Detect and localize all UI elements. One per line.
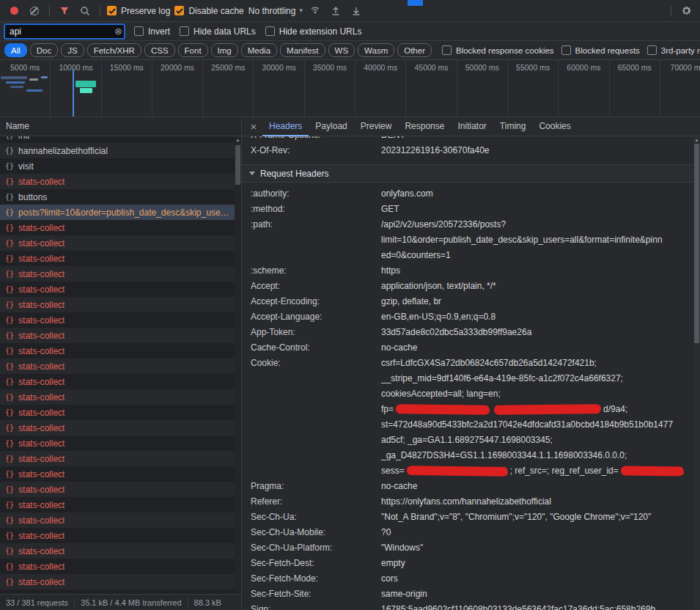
chevron-down-icon: ▾ [299, 7, 303, 14]
request-row-stats-collect[interactable]: {}stats-collect [0, 528, 241, 543]
type-filter-font[interactable]: Font [178, 43, 208, 57]
request-row-stats-collect[interactable]: {}stats-collect [0, 512, 241, 528]
filter-icon[interactable] [56, 3, 73, 19]
scrollbar-thumb[interactable] [235, 145, 240, 185]
export-har-icon[interactable] [328, 3, 344, 19]
request-row-stats-collect[interactable]: {}stats-collect [0, 451, 241, 466]
header-name: :method: [242, 202, 381, 217]
scroll-up-arrow[interactable]: ▲ [235, 137, 241, 143]
request-row-stats-collect[interactable]: {}stats-collect [0, 282, 241, 297]
request-row-stats-collect[interactable]: {}stats-collect [0, 266, 241, 282]
type-filter-all[interactable]: All [4, 43, 27, 57]
request-row-stats-collect[interactable]: {}stats-collect [0, 312, 241, 328]
header-value: no-cache [381, 479, 693, 494]
type-filter-fetch-xhr[interactable]: Fetch/XHR [87, 43, 141, 57]
details-scrollbar[interactable]: ▲ [693, 136, 700, 610]
settings-gear-icon[interactable] [678, 3, 694, 19]
scroll-up-arrow[interactable]: ▲ [693, 137, 700, 143]
type-filter-js[interactable]: JS [61, 43, 84, 57]
tab-preview[interactable]: Preview [354, 117, 399, 136]
preserve-log-checkbox[interactable]: Preserve log [107, 6, 170, 16]
request-name: stats-collect [18, 577, 65, 587]
request-name: stats-collect [18, 300, 65, 310]
request-row-stats-collect[interactable]: {}stats-collect [0, 235, 241, 251]
request-row-stats-collect[interactable]: {}stats-collect [0, 297, 241, 312]
request-name: stats-collect [18, 361, 65, 372]
waterfall-mark [29, 78, 38, 81]
script-icon: {} [5, 239, 14, 247]
request-row-stats-collect[interactable]: {}stats-collect [0, 359, 241, 374]
header-value: empty [381, 556, 693, 571]
request-row-buttons[interactable]: {}buttons [0, 189, 241, 205]
tab-initiator[interactable]: Initiator [451, 117, 493, 136]
disable-cache-checkbox[interactable]: Disable cache [174, 6, 243, 16]
3rd-party-requests-checkbox[interactable]: 3rd-party requests [647, 45, 700, 55]
checkbox-unchecked-icon [561, 45, 571, 55]
hide-data-urls-checkbox[interactable]: Hide data URLs [180, 26, 256, 37]
request-name: stats-collect [18, 438, 65, 449]
invert-checkbox[interactable]: Invert [134, 26, 170, 37]
name-column-header[interactable]: Name [0, 117, 241, 136]
tab-cookies[interactable]: Cookies [532, 117, 577, 136]
type-filter-other[interactable]: Other [397, 43, 432, 57]
blocked-response-cookies-checkbox[interactable]: Blocked response cookies [442, 45, 554, 55]
script-icon: {} [5, 347, 14, 355]
checkbox-checked-icon [107, 6, 117, 15]
tab-timing[interactable]: Timing [493, 117, 533, 136]
request-name: stats-collect [18, 531, 65, 541]
request-row-stats-collect[interactable]: {}stats-collect [0, 405, 241, 420]
type-filter-media[interactable]: Media [241, 43, 277, 57]
clear-filter-icon[interactable]: ⊗ [114, 26, 122, 37]
search-icon[interactable] [77, 3, 93, 19]
filter-input[interactable] [4, 24, 125, 39]
request-row-stats-collect[interactable]: {}stats-collect [0, 343, 241, 359]
blocked-requests-checkbox[interactable]: Blocked requests [561, 45, 640, 55]
timeline-overview[interactable]: 5000 ms10000 ms15000 ms20000 ms25000 ms3… [0, 60, 700, 117]
request-row-stats-collect[interactable]: {}stats-collect [0, 420, 241, 436]
request-name: init [18, 136, 29, 141]
toolbar-divider [100, 5, 100, 17]
request-row-stats-collect[interactable]: {}stats-collect [0, 574, 241, 589]
header-value: https://onlyfans.com/hannahelizabethoffi… [381, 494, 693, 510]
request-row-stats-collect[interactable]: {}stats-collect [0, 220, 241, 235]
type-filter-css[interactable]: CSS [144, 43, 175, 57]
throttling-select[interactable]: No throttling ▾ [248, 6, 303, 16]
request-row-hannahelizabethofficial[interactable]: {}hannahelizabethofficial [0, 143, 241, 158]
record-button[interactable] [6, 3, 22, 19]
request-row-stats-collect[interactable]: {}stats-collect [0, 436, 241, 451]
request-row-stats-collect[interactable]: {}stats-collect [0, 328, 241, 343]
import-har-icon[interactable] [348, 3, 364, 19]
close-icon[interactable]: × [246, 119, 261, 135]
request-row-stats-collect[interactable]: {}stats-collect [0, 543, 241, 559]
type-filter-doc[interactable]: Doc [30, 43, 58, 57]
devtools-network-panel: Preserve log Disable cache No throttling… [0, 0, 700, 610]
type-filter-img[interactable]: Img [211, 43, 238, 57]
clear-button[interactable] [26, 3, 43, 19]
request-row-init[interactable]: {}init [0, 136, 241, 143]
request-headers-section[interactable]: Request Headers [242, 164, 693, 183]
type-filter-manifest[interactable]: Manifest [280, 43, 325, 57]
request-row-stats-collect[interactable]: {}stats-collect [0, 497, 241, 512]
invert-label: Invert [148, 26, 170, 37]
network-conditions-icon[interactable] [307, 3, 323, 19]
request-row-stats-collect[interactable]: {}stats-collect [0, 174, 241, 189]
request-row-stats-collect[interactable]: {}stats-collect [0, 251, 241, 266]
tab-payload[interactable]: Payload [309, 117, 353, 136]
request-row-posts-limit-10-order-publish-date-desc-s[interactable]: {}posts?limit=10&order=publish_date_desc… [0, 205, 241, 220]
request-list-scrollbar[interactable]: ▲ [235, 136, 241, 594]
type-filter-wasm[interactable]: Wasm [358, 43, 394, 57]
request-row-stats-collect[interactable]: {}stats-collect [0, 374, 241, 389]
request-row-stats-collect[interactable]: {}stats-collect [0, 466, 241, 482]
request-row-visit[interactable]: {}visit [0, 158, 241, 174]
request-row-stats-collect[interactable]: {}stats-collect [0, 559, 241, 574]
request-row-stats-collect[interactable]: {}stats-collect [0, 389, 241, 405]
header-value: ?0 [381, 525, 693, 540]
scrollbar-thumb[interactable] [694, 144, 699, 343]
header-name: Cache-Control: [242, 340, 381, 356]
tab-response[interactable]: Response [398, 117, 451, 136]
hide-extension-urls-checkbox[interactable]: Hide extension URLs [265, 26, 362, 37]
type-filter-ws[interactable]: WS [328, 43, 355, 57]
header-row: Sign:16785:5aad9602cf110608b03133de56364… [242, 602, 693, 610]
tab-headers[interactable]: Headers [262, 117, 309, 136]
request-row-stats-collect[interactable]: {}stats-collect [0, 482, 241, 497]
